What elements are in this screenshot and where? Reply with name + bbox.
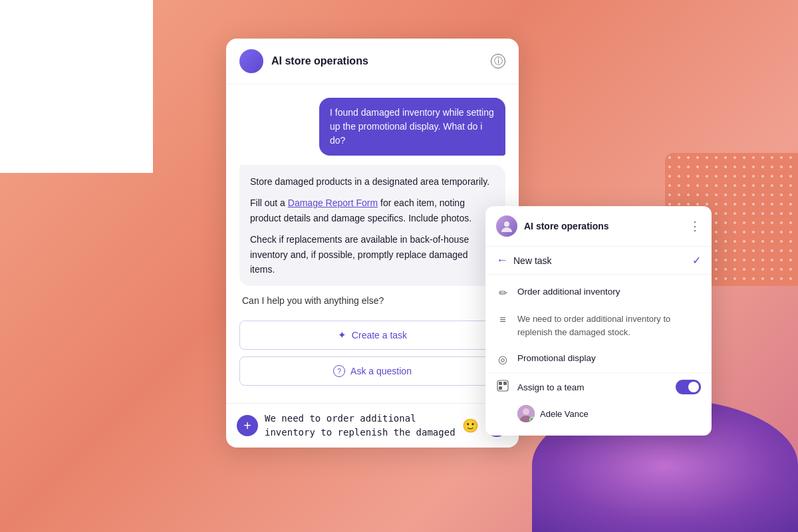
three-dot-menu[interactable]: ⋮: [689, 220, 701, 232]
description-icon: ≡: [496, 314, 509, 326]
assign-toggle[interactable]: [676, 380, 701, 394]
user-message-bubble: I found damaged inventory while setting …: [319, 98, 505, 156]
assign-team-row: Assign to a team: [485, 372, 712, 401]
task-nav: ← New task ✓: [485, 247, 712, 275]
message-input[interactable]: [265, 412, 456, 440]
ai-para-3: Check if replacements are available in b…: [250, 232, 495, 277]
online-status-dot: [529, 417, 535, 422]
assign-icon: [496, 380, 509, 394]
back-button[interactable]: ←: [496, 253, 508, 267]
assignee-row: Adele Vance: [485, 401, 712, 432]
follow-up-text: Can I help you with anything else?: [239, 295, 505, 311]
new-task-label: New task: [513, 255, 692, 266]
task-header: AI store operations ⋮: [485, 206, 712, 247]
bg-white-corner: [0, 0, 153, 173]
task-location-value[interactable]: Promotional display: [517, 352, 701, 365]
assign-team-icon: [497, 380, 509, 392]
task-location-field: ◎ Promotional display: [485, 345, 712, 372]
assign-team-label: Assign to a team: [517, 382, 668, 392]
location-icon: ◎: [496, 353, 509, 366]
chat-title: AI store operations: [271, 55, 491, 67]
task-avatar-icon: [499, 219, 514, 233]
chat-header: AI store operations ⓘ: [226, 39, 519, 84]
ai-message-bubble: Store damaged products in a designated a…: [239, 165, 505, 286]
chat-input-area: + 🙂: [226, 403, 519, 448]
task-description-field: ≡ We need to order additional inventory …: [485, 306, 712, 345]
svg-point-0: [504, 221, 509, 227]
create-task-icon: ✦: [338, 329, 346, 341]
create-task-label: Create a task: [352, 330, 407, 340]
chat-messages: I found damaged inventory while setting …: [226, 84, 519, 403]
action-buttons: ✦ Create a task ? Ask a question: [239, 321, 505, 395]
avatar: [239, 49, 263, 73]
pencil-icon: ✏: [496, 287, 509, 299]
task-card-title: AI store operations: [524, 221, 689, 231]
task-description-value[interactable]: We need to order additional inventory to…: [517, 313, 701, 338]
svg-rect-4: [499, 386, 502, 390]
task-avatar: [496, 215, 517, 237]
ask-question-label: Ask a question: [350, 366, 412, 376]
ask-question-icon: ?: [333, 365, 345, 377]
ai-para-1: Store damaged products in a designated a…: [250, 174, 495, 189]
user-message-text: I found damaged inventory while setting …: [330, 107, 494, 146]
task-title-field: ✏ Order additional inventory: [485, 279, 712, 306]
assignee-avatar: [517, 405, 535, 422]
task-fields: ✏ Order additional inventory ≡ We need t…: [485, 275, 712, 436]
add-attachment-button[interactable]: +: [237, 415, 258, 436]
svg-point-6: [523, 408, 529, 415]
ask-question-button[interactable]: ? Ask a question: [239, 356, 505, 386]
svg-rect-2: [499, 382, 502, 385]
damage-report-link[interactable]: Damage Report Form: [288, 198, 378, 208]
svg-rect-3: [503, 382, 507, 385]
confirm-task-button[interactable]: ✓: [692, 254, 701, 267]
create-task-button[interactable]: ✦ Create a task: [239, 321, 505, 350]
task-title-value[interactable]: Order additional inventory: [517, 285, 701, 299]
chat-card: AI store operations ⓘ I found damaged in…: [226, 39, 519, 448]
info-icon-button[interactable]: ⓘ: [491, 54, 505, 68]
task-card: AI store operations ⋮ ← New task ✓ ✏ Ord…: [485, 206, 712, 436]
emoji-button[interactable]: 🙂: [462, 418, 479, 434]
ai-para-2: Fill out a Damage Report Form for each i…: [250, 196, 495, 225]
assignee-name: Adele Vance: [540, 409, 589, 419]
